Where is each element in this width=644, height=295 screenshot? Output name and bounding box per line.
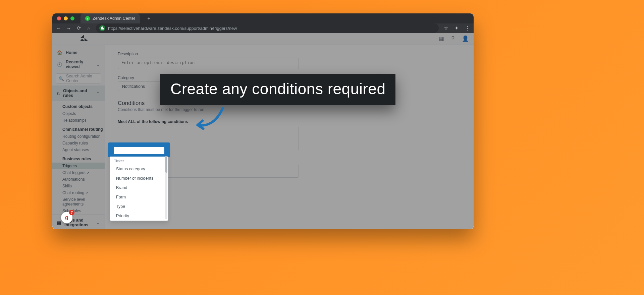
dropdown-scrollbar[interactable] (165, 156, 167, 219)
extensions-icon[interactable]: ✦ (453, 25, 460, 31)
tab-favicon-icon: z (85, 16, 90, 21)
actions-subtitle: Ac satisfied (118, 196, 461, 200)
reload-button[interactable]: ⟳ (76, 25, 82, 31)
sidebar-recent-label: Recently viewed (66, 60, 93, 69)
help-icon[interactable]: ? (451, 35, 454, 42)
chevron-up-icon: ⌃ (96, 91, 100, 96)
tab-title: Zendesk Admin Center (93, 16, 135, 21)
sidebar-item-relationships[interactable]: Relationships (52, 117, 105, 124)
main-content: Description Category Notifications ⌄ Con… (105, 45, 474, 229)
description-input[interactable] (118, 58, 299, 69)
sidebar-item-skills[interactable]: Skills (52, 183, 105, 189)
sidebar-item-triggers[interactable]: Triggers (52, 163, 105, 169)
browser-tab-bar: z Zendesk Admin Center + (52, 13, 474, 23)
dropdown-item-type[interactable]: Type (110, 202, 168, 211)
rules-icon: ⎌ (57, 91, 60, 96)
dropdown-group-ticket: Ticket (110, 157, 168, 164)
apps-icon: ▦ (57, 220, 61, 225)
browser-menu-icon[interactable]: ⋮ (464, 25, 470, 31)
url-bar: ← → ⟳ ⌂ https://selectivehardware.zendes… (52, 23, 474, 33)
external-link-icon: ↗ (85, 191, 88, 195)
sidebar-home[interactable]: 🏠 Home (52, 48, 105, 57)
app-topbar: ▦ ? 👤 (52, 33, 474, 45)
chevron-down-icon: ⌄ (96, 62, 100, 67)
zendesk-logo (80, 35, 88, 43)
close-window-icon[interactable] (57, 16, 61, 20)
profile-icon[interactable]: 👤 (462, 35, 469, 42)
dropdown-item-brand[interactable]: Brand (110, 183, 168, 192)
home-icon: 🏠 (57, 50, 62, 55)
floating-avatar-badge[interactable]: g 7 (61, 212, 72, 223)
notification-count: 7 (69, 210, 74, 215)
bookmark-icon[interactable]: ☆ (443, 25, 449, 31)
description-label: Description (118, 52, 461, 56)
sidebar-item-chat-triggers[interactable]: Chat triggers↗ (52, 169, 105, 176)
dropdown-search-input[interactable] (113, 146, 165, 155)
address-bar[interactable]: https://selectivehardware.zendesk.com/su… (96, 23, 439, 33)
browser-window: z Zendesk Admin Center + ← → ⟳ ⌂ https:/… (52, 13, 474, 229)
forward-button[interactable]: → (66, 25, 72, 31)
actions-title: Ac (118, 184, 461, 191)
apps-grid-icon[interactable]: ▦ (439, 35, 444, 42)
condition-field-dropdown[interactable]: Ticket Status category Number of inciden… (110, 144, 168, 221)
sidebar-head-omnichannel: Omnichannel routing (52, 124, 105, 133)
sidebar-section-objects-rules[interactable]: ⎌ Objects and rules ⌃ (52, 85, 105, 101)
sidebar-item-objects[interactable]: Objects (52, 110, 105, 117)
sidebar-item-chat-routing[interactable]: Chat routing↗ (52, 189, 105, 196)
app-frame: ▦ ? 👤 🏠 Home 🕘 Recently viewed ⌄ 🔍 Searc… (52, 33, 474, 229)
new-tab-button[interactable]: + (147, 15, 150, 21)
meet-all-label: Meet ALL of the following conditions (118, 119, 461, 124)
sidebar-apps-integrations[interactable]: ▦ Apps and integrations ⌄ (52, 214, 105, 229)
search-icon: 🔍 (59, 76, 64, 81)
dropdown-item-priority[interactable]: Priority (110, 211, 168, 221)
sidebar: 🏠 Home 🕘 Recently viewed ⌄ 🔍 Search Admi… (52, 45, 105, 229)
external-link-icon: ↗ (87, 171, 89, 175)
browser-tab[interactable]: z Zendesk Admin Center (80, 13, 140, 23)
sidebar-item-capacity[interactable]: Capacity rules (52, 140, 105, 146)
sidebar-item-agent-statuses[interactable]: Agent statuses (52, 146, 105, 153)
minimize-window-icon[interactable] (64, 16, 68, 20)
sidebar-search-placeholder: Search Admin Center (66, 74, 98, 83)
site-secure-icon (99, 25, 105, 31)
chevron-down-icon: ⌄ (96, 220, 100, 225)
instruction-callout: Create any conditions required (160, 74, 395, 105)
home-button[interactable]: ⌂ (86, 25, 92, 31)
meet-any-label: Me (118, 158, 461, 162)
sidebar-home-label: Home (66, 50, 77, 55)
address-text: https://selectivehardware.zendesk.com/su… (108, 26, 237, 31)
dropdown-item-form[interactable]: Form (110, 192, 168, 202)
clock-icon: 🕘 (57, 62, 62, 67)
sidebar-search[interactable]: 🔍 Search Admin Center (56, 73, 101, 83)
back-button[interactable]: ← (56, 25, 62, 31)
category-value: Notifications (122, 84, 145, 89)
maximize-window-icon[interactable] (70, 16, 74, 20)
dropdown-item-incidents[interactable]: Number of incidents (110, 174, 168, 183)
sidebar-head-custom-objects: Custom objects (52, 101, 105, 110)
sidebar-item-routing-config[interactable]: Routing configuration (52, 133, 105, 140)
sidebar-item-sla[interactable]: Service level agreements (52, 196, 105, 208)
sidebar-item-schedules[interactable]: Schedules (52, 208, 105, 214)
sidebar-section-label: Objects and rules (63, 88, 93, 98)
avatar-letter: g (65, 215, 68, 221)
window-controls[interactable] (57, 16, 74, 20)
sidebar-item-automations[interactable]: Automations (52, 176, 105, 183)
sidebar-head-business-rules: Business rules (52, 153, 105, 163)
dropdown-item-status-category[interactable]: Status category (110, 164, 168, 174)
sidebar-recent[interactable]: 🕘 Recently viewed ⌄ (52, 57, 105, 71)
conditions-subtitle: Conditions that must be met for the trig… (118, 107, 461, 112)
